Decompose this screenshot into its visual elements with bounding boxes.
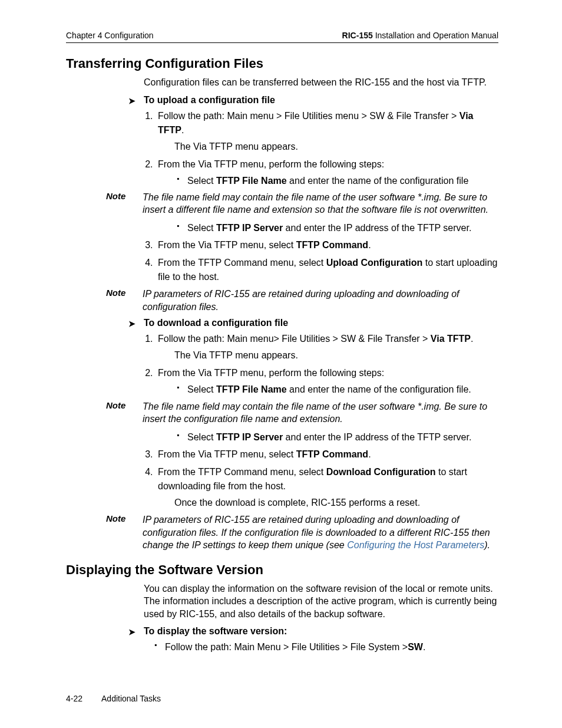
page-number: 4-22 [66, 694, 82, 703]
step-result: The Via TFTP menu appears. [174, 140, 498, 154]
step-item: From the Via TFTP menu, perform the foll… [156, 157, 498, 187]
substep-text: Select [187, 432, 216, 442]
substep-item: Select TFTP File Name and enter the name… [174, 383, 498, 396]
substep-container: Select TFTP IP Server and enter the IP a… [156, 430, 498, 444]
substep-list: Select TFTP IP Server and enter the IP a… [174, 221, 498, 235]
step-item: Follow the path: Main Menu > File Utilit… [152, 640, 498, 654]
substep-item: Select TFTP File Name and enter the name… [174, 174, 498, 187]
page-footer: 4-22 Additional Tasks [66, 694, 498, 703]
command-name: Download Configuration [326, 467, 436, 477]
step-item: From the TFTP Command menu, select Downl… [156, 465, 498, 510]
step-text: From the Via TFTP menu, select [158, 240, 296, 250]
note-label: Note [106, 288, 133, 313]
step-list: Follow the path: Main Menu > File Utilit… [152, 640, 498, 654]
step-list: Follow the path: Main menu> File Utiliti… [144, 332, 498, 396]
command-name: TFTP Command [296, 449, 368, 459]
note-text: IP parameters of RIC-155 are retained du… [143, 288, 498, 313]
header-left: Chapter 4 Configuration [66, 31, 154, 40]
note-block: Note The file name field may contain the… [106, 191, 498, 216]
intro-paragraph: Configuration files can be transferred b… [144, 76, 498, 89]
step-item: From the TFTP Command menu, select Uploa… [156, 256, 498, 284]
note-block: Note IP parameters of RIC-155 are retain… [106, 513, 498, 552]
substep-text: and enter the IP address of the TFTP ser… [283, 223, 471, 233]
substep-item: Select TFTP IP Server and enter the IP a… [174, 430, 498, 444]
procedure-title: To download a configuration file [128, 318, 498, 328]
note-label: Note [106, 400, 133, 426]
document-page: Chapter 4 Configuration RIC-155 Installa… [0, 0, 562, 728]
procedure-title: To display the software version: [128, 626, 498, 637]
intro-paragraph: You can display the information on the s… [144, 582, 498, 621]
step-text: From the Via TFTP menu, select [158, 449, 296, 459]
substep-container: Select TFTP IP Server and enter the IP a… [156, 221, 498, 235]
note-text: The file name field may contain the file… [143, 191, 498, 216]
note-block: Note IP parameters of RIC-155 are retain… [106, 288, 498, 313]
section-heading-displaying: Displaying the Software Version [66, 562, 498, 578]
field-name: TFTP File Name [216, 176, 287, 186]
step-item: Follow the path: Main menu > File Utilit… [156, 109, 498, 154]
step-item: Follow the path: Main menu> File Utiliti… [156, 332, 498, 363]
command-name: Upload Configuration [326, 258, 423, 268]
menu-name: Via TFTP [431, 334, 471, 344]
step-list: Follow the path: Main menu > File Utilit… [144, 109, 498, 187]
substep-list: Select TFTP IP Server and enter the IP a… [174, 430, 498, 444]
substep-text: and enter the name of the configuration … [287, 176, 469, 186]
step-item: From the Via TFTP menu, select TFTP Comm… [156, 447, 498, 462]
substep-item: Select TFTP IP Server and enter the IP a… [174, 221, 498, 235]
substep-text: Select [187, 384, 216, 394]
step-list: From the Via TFTP menu, select TFTP Comm… [144, 447, 498, 510]
substep-text: Select [187, 223, 216, 233]
product-name: RIC-155 [342, 31, 373, 40]
step-text: Follow the path: Main menu > File Utilit… [158, 111, 459, 121]
step-result: The Via TFTP menu appears. [174, 348, 498, 363]
step-text: From the Via TFTP menu, perform the foll… [158, 159, 384, 169]
section-heading-transferring: Transferring Configuration Files [66, 56, 498, 71]
command-name: TFTP Command [296, 240, 368, 250]
step-result: Once the download is complete, RIC-155 p… [174, 496, 498, 510]
punct: . [368, 449, 371, 459]
note-label: Note [106, 513, 133, 552]
procedure-upload: To upload a configuration file Follow th… [128, 95, 498, 187]
field-name: TFTP IP Server [216, 223, 283, 233]
punct: . [423, 642, 425, 652]
note-text: The file name field may contain the file… [143, 400, 498, 426]
step-list: From the Via TFTP menu, select TFTP Comm… [144, 238, 498, 284]
procedure-display-version: To display the software version: Follow … [128, 626, 498, 654]
note-text: IP parameters of RIC-155 are retained du… [143, 513, 498, 552]
procedure-upload-cont: Select TFTP IP Server and enter the IP a… [128, 221, 498, 284]
step-text: Follow the path: Main menu> File Utiliti… [158, 334, 431, 344]
substep-text: and enter the IP address of the TFTP ser… [283, 432, 471, 442]
running-header: Chapter 4 Configuration RIC-155 Installa… [66, 31, 498, 43]
step-item: From the Via TFTP menu, perform the foll… [156, 366, 498, 396]
procedure-title: To upload a configuration file [128, 95, 498, 106]
header-right: RIC-155 Installation and Operation Manua… [342, 31, 498, 40]
field-name: TFTP IP Server [216, 432, 283, 442]
step-text: From the TFTP Command menu, select [158, 467, 326, 477]
footer-section: Additional Tasks [101, 694, 161, 703]
substep-list: Select TFTP File Name and enter the name… [174, 383, 498, 396]
cross-reference-link[interactable]: Configuring the Host Parameters [347, 540, 484, 550]
punct: . [471, 334, 473, 344]
step-text: From the Via TFTP menu, perform the foll… [158, 368, 384, 378]
field-name: TFTP File Name [216, 384, 287, 394]
note-block: Note The file name field may contain the… [106, 400, 498, 426]
step-text: Follow the path: Main Menu > File Utilit… [165, 642, 408, 652]
note-span: ). [484, 540, 490, 550]
punct: . [181, 125, 184, 135]
step-item: From the Via TFTP menu, select TFTP Comm… [156, 238, 498, 252]
substep-text: Select [187, 176, 216, 186]
punct: . [368, 240, 371, 250]
note-label: Note [106, 191, 133, 216]
doc-title: Installation and Operation Manual [373, 31, 498, 40]
step-text: From the TFTP Command menu, select [158, 258, 326, 268]
procedure-download-cont: Select TFTP IP Server and enter the IP a… [128, 430, 498, 510]
procedure-download: To download a configuration file Follow … [128, 318, 498, 396]
menu-name: SW [408, 642, 423, 652]
substep-list: Select TFTP File Name and enter the name… [174, 174, 498, 187]
substep-text: and enter the name of the configuration … [287, 384, 471, 394]
